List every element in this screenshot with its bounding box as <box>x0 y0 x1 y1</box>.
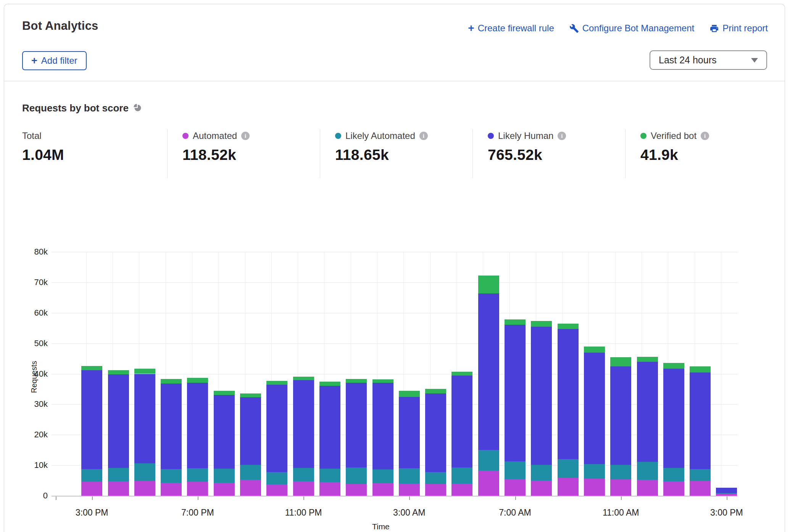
bar-segment-likely-human[interactable] <box>108 374 129 468</box>
create-firewall-rule-link[interactable]: +Create firewall rule <box>468 23 554 34</box>
bar-segment-automated[interactable] <box>584 479 605 496</box>
bar-segment-likely-human[interactable] <box>663 369 684 468</box>
bar-segment-automated[interactable] <box>319 482 340 496</box>
bar-segment-likely-human[interactable] <box>690 372 711 469</box>
bar-segment-automated[interactable] <box>293 481 314 496</box>
bar-segment-likely-human[interactable] <box>346 383 367 468</box>
bar-segment-likely-automated[interactable] <box>558 459 579 478</box>
bar-segment-likely-human[interactable] <box>610 366 631 465</box>
bar-segment-likely-human[interactable] <box>187 383 208 468</box>
bar-segment-verified-bot[interactable] <box>558 324 579 329</box>
bar-segment-likely-human[interactable] <box>425 393 446 472</box>
configure-bot-management-link[interactable]: Configure Bot Management <box>569 23 695 34</box>
bar-segment-likely-automated[interactable] <box>134 463 155 481</box>
bar-segment-likely-human[interactable] <box>451 376 472 467</box>
bar-segment-likely-automated[interactable] <box>187 468 208 482</box>
bar-segment-automated[interactable] <box>425 484 446 496</box>
bar-segment-likely-automated[interactable] <box>690 469 711 481</box>
bar-segment-automated[interactable] <box>134 481 155 496</box>
bar-segment-likely-human[interactable] <box>240 397 261 465</box>
bar-segment-likely-human[interactable] <box>293 380 314 468</box>
bar-segment-verified-bot[interactable] <box>240 393 261 397</box>
bar-segment-likely-automated[interactable] <box>451 468 472 484</box>
bar-segment-likely-automated[interactable] <box>399 468 420 484</box>
bar-segment-verified-bot[interactable] <box>134 369 155 374</box>
info-icon[interactable]: i <box>419 132 428 140</box>
bar-segment-likely-automated[interactable] <box>716 493 737 494</box>
bar-segment-automated[interactable] <box>637 480 658 496</box>
bar-segment-verified-bot[interactable] <box>637 357 658 362</box>
bar-segment-verified-bot[interactable] <box>690 366 711 372</box>
bar-segment-likely-automated[interactable] <box>425 472 446 484</box>
bar-segment-likely-automated[interactable] <box>81 469 102 482</box>
bar-segment-likely-automated[interactable] <box>346 468 367 484</box>
bar-segment-verified-bot[interactable] <box>161 379 182 384</box>
bar-segment-verified-bot[interactable] <box>372 379 393 383</box>
bar-segment-likely-automated[interactable] <box>319 469 340 482</box>
bar-segment-automated[interactable] <box>478 471 499 496</box>
bar-segment-verified-bot[interactable] <box>399 391 420 397</box>
bar-segment-verified-bot[interactable] <box>81 366 102 370</box>
bar-segment-likely-automated[interactable] <box>663 468 684 481</box>
bar-segment-automated[interactable] <box>531 480 552 496</box>
bar-segment-likely-automated[interactable] <box>161 469 182 483</box>
bar-segment-likely-automated[interactable] <box>372 469 393 483</box>
bar-segment-automated[interactable] <box>610 479 631 496</box>
bar-segment-automated[interactable] <box>558 478 579 496</box>
bar-segment-verified-bot[interactable] <box>610 357 631 366</box>
bar-segment-likely-human[interactable] <box>214 395 235 469</box>
bar-segment-likely-automated[interactable] <box>505 461 526 479</box>
bar-segment-likely-automated[interactable] <box>214 469 235 483</box>
bar-segment-verified-bot[interactable] <box>266 381 287 385</box>
bar-segment-likely-automated[interactable] <box>610 465 631 479</box>
bar-segment-automated[interactable] <box>81 482 102 496</box>
bar-segment-verified-bot[interactable] <box>319 382 340 385</box>
bar-segment-automated[interactable] <box>663 481 684 496</box>
bar-segment-likely-automated[interactable] <box>584 464 605 479</box>
bar-segment-automated[interactable] <box>690 481 711 496</box>
bar-segment-verified-bot[interactable] <box>108 370 129 374</box>
bar-segment-verified-bot[interactable] <box>451 372 472 376</box>
info-icon[interactable]: i <box>558 132 566 140</box>
bar-segment-verified-bot[interactable] <box>478 276 499 294</box>
bar-segment-likely-automated[interactable] <box>531 465 552 481</box>
bar-segment-verified-bot[interactable] <box>293 377 314 380</box>
bar-segment-automated[interactable] <box>346 484 367 496</box>
bar-segment-likely-human[interactable] <box>716 488 737 493</box>
bar-segment-automated[interactable] <box>266 484 287 496</box>
bar-segment-automated[interactable] <box>372 483 393 496</box>
bar-segment-likely-human[interactable] <box>161 384 182 469</box>
bar-segment-likely-human[interactable] <box>81 370 102 469</box>
bar-segment-verified-bot[interactable] <box>584 347 605 353</box>
bar-segment-verified-bot[interactable] <box>425 389 446 393</box>
bar-segment-likely-human[interactable] <box>584 353 605 464</box>
info-icon[interactable]: i <box>701 132 709 140</box>
bar-segment-likely-human[interactable] <box>558 329 579 459</box>
bar-segment-verified-bot[interactable] <box>531 321 552 327</box>
bar-segment-likely-human[interactable] <box>266 385 287 472</box>
bar-segment-likely-human[interactable] <box>478 293 499 450</box>
bar-segment-likely-automated[interactable] <box>240 465 261 480</box>
bar-segment-likely-human[interactable] <box>134 374 155 464</box>
bar-segment-automated[interactable] <box>108 481 129 496</box>
bar-segment-verified-bot[interactable] <box>214 391 235 395</box>
bar-segment-likely-human[interactable] <box>531 327 552 464</box>
bar-segment-likely-automated[interactable] <box>266 472 287 484</box>
bar-segment-likely-automated[interactable] <box>637 462 658 479</box>
bar-segment-automated[interactable] <box>399 484 420 496</box>
add-filter-button[interactable]: + Add filter <box>22 51 87 70</box>
bar-segment-likely-human[interactable] <box>637 362 658 462</box>
bar-segment-likely-automated[interactable] <box>478 450 499 471</box>
print-report-link[interactable]: Print report <box>709 23 768 34</box>
bar-segment-verified-bot[interactable] <box>187 378 208 383</box>
bar-segment-likely-automated[interactable] <box>293 468 314 481</box>
bar-segment-likely-human[interactable] <box>399 397 420 468</box>
bar-segment-likely-human[interactable] <box>319 386 340 469</box>
bar-segment-verified-bot[interactable] <box>505 319 526 325</box>
bar-segment-likely-automated[interactable] <box>108 468 129 481</box>
bar-segment-automated[interactable] <box>161 483 182 496</box>
bar-segment-likely-human[interactable] <box>372 383 393 469</box>
info-icon[interactable]: i <box>241 132 250 140</box>
bar-segment-verified-bot[interactable] <box>346 379 367 382</box>
bar-segment-automated[interactable] <box>214 483 235 496</box>
